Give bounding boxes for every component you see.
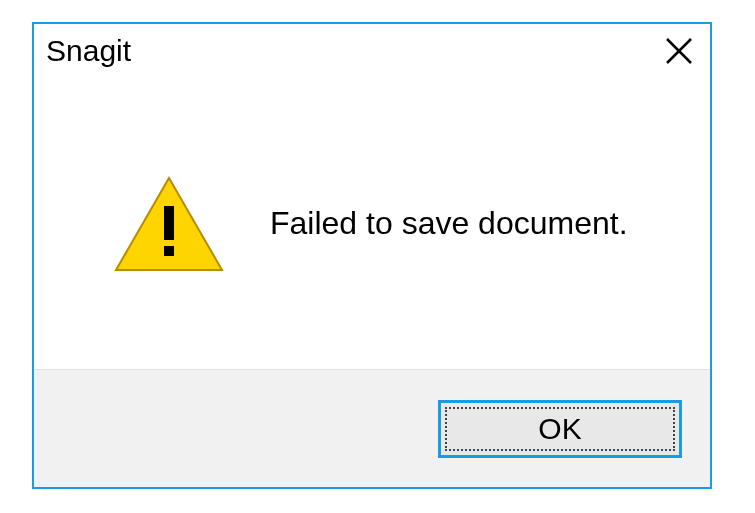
dialog-message: Failed to save document. — [270, 205, 628, 242]
titlebar: Snagit — [34, 24, 710, 78]
message-dialog: Snagit Failed to save document. OK — [32, 22, 712, 489]
close-button[interactable] — [648, 24, 710, 78]
close-icon — [664, 36, 694, 66]
warning-icon — [114, 176, 224, 272]
svg-rect-3 — [164, 206, 174, 240]
ok-button[interactable]: OK — [438, 400, 682, 458]
dialog-content: Failed to save document. — [34, 78, 710, 369]
svg-rect-4 — [164, 246, 174, 256]
dialog-title: Snagit — [46, 34, 131, 68]
button-bar: OK — [34, 369, 710, 487]
